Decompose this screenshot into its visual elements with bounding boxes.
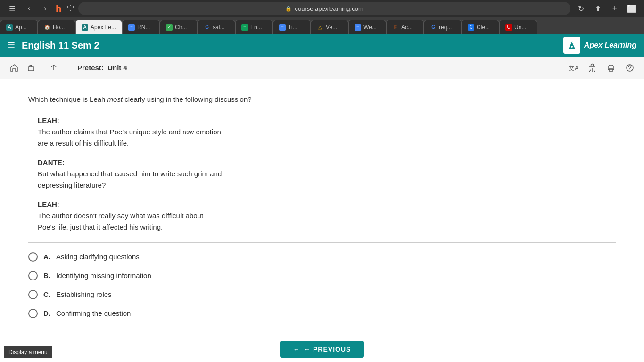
bottom-bar: ← ← PREVIOUS [0, 336, 644, 362]
tab-favicon-ho: 🏠 [44, 24, 50, 31]
dialogue-text-3: The author doesn't really say what was d… [38, 210, 616, 233]
tab-label-we: We... [363, 24, 377, 31]
home-icon[interactable] [8, 61, 21, 74]
address-bar[interactable]: 🔒 course.apexlearning.com [78, 2, 570, 15]
radio-b[interactable] [28, 271, 38, 280]
tab-favicon-ti: ≡ [279, 24, 286, 31]
answer-choices: A. Asking clarifying questions B. Identi… [28, 252, 616, 318]
apex-learning-label: Apex Learning [584, 41, 636, 49]
divider [28, 242, 616, 243]
share-button[interactable]: ⬆ [591, 2, 604, 15]
briefcase-icon[interactable] [25, 61, 38, 74]
speaker-2: DANTE: [38, 158, 616, 166]
tab-we[interactable]: ≡ We... [348, 20, 386, 34]
answer-letter-d: D. [43, 309, 50, 317]
svg-point-7 [629, 69, 630, 70]
speaker-1: LEAH: [38, 116, 616, 124]
answer-option-a[interactable]: A. Asking clarifying questions [28, 252, 616, 262]
browser-chrome: ☰ ‹ › h 🛡 🔒 course.apexlearning.com ↻ ⬆ … [0, 0, 644, 17]
tab-label-rn: RN... [137, 24, 150, 31]
sub-header: Pretest: Unit 4 文A [0, 57, 644, 79]
prev-arrow-icon: ← [293, 346, 300, 353]
lock-icon: 🔒 [285, 6, 292, 12]
tab-label-ap: Ap... [15, 24, 27, 31]
tab-ve[interactable]: △ Ve... [311, 20, 348, 34]
course-title: English 11 Sem 2 [22, 40, 563, 51]
tab-cle[interactable]: C Cle... [462, 20, 499, 34]
tab-favicon-req: G [430, 24, 437, 31]
tab-favicon-un: U [505, 24, 512, 31]
answer-text-c: Establishing roles [56, 290, 112, 298]
radio-d[interactable] [28, 309, 38, 318]
accessibility-icon[interactable] [586, 61, 599, 74]
tab-apex-le[interactable]: A Apex Le... [75, 20, 122, 34]
answer-letter-b: B. [43, 272, 50, 280]
tab-label-ve: Ve... [326, 24, 337, 31]
apex-learning-logo: Apex Learning [563, 37, 636, 54]
tab-label-ti: Ti... [288, 24, 297, 31]
answer-letter-a: A. [43, 253, 50, 261]
tab-ap[interactable]: A Ap... [0, 20, 38, 34]
tab-label-ho: Ho... [53, 24, 65, 31]
print-icon[interactable] [604, 61, 618, 74]
new-tab-button[interactable]: + [608, 2, 621, 15]
previous-label: ← PREVIOUS [304, 346, 351, 353]
tab-ac[interactable]: F Ac... [386, 20, 424, 34]
tab-favicon-ap: A [6, 24, 13, 31]
tab-en[interactable]: ≡ En... [235, 20, 273, 34]
tab-favicon-cle: C [468, 24, 474, 31]
tab-favicon-sal: G [204, 24, 210, 31]
apex-logo-icon [563, 37, 580, 54]
tab-label-en: En... [250, 24, 262, 31]
sidebar-toggle-button[interactable]: ☰ [6, 2, 19, 15]
dialogue-block-3: LEAH: The author doesn't really say what… [28, 200, 616, 233]
tab-rn[interactable]: ≡ RN... [122, 20, 160, 34]
url-text: course.apexlearning.com [295, 5, 363, 12]
svg-rect-1 [28, 67, 34, 71]
help-icon[interactable] [623, 61, 636, 74]
extensions-button[interactable]: ⬜ [625, 2, 638, 15]
app-header: ☰ English 11 Sem 2 Apex Learning [0, 34, 644, 57]
answer-option-b[interactable]: B. Identifying missing information [28, 271, 616, 280]
tab-un[interactable]: U Un... [499, 20, 537, 34]
tab-req[interactable]: G req... [424, 20, 462, 34]
tab-label-ch: Ch... [175, 24, 187, 31]
radio-c[interactable] [28, 290, 38, 299]
pretest-label: Pretest: Unit 4 [77, 64, 127, 72]
sub-header-left-icons [8, 61, 38, 74]
tab-favicon-apex-le: A [82, 24, 88, 31]
answer-option-c[interactable]: C. Establishing roles [28, 290, 616, 299]
tab-label-ac: Ac... [401, 24, 413, 31]
previous-button[interactable]: ← ← PREVIOUS [280, 341, 364, 358]
speaker-3: LEAH: [38, 200, 616, 208]
tab-favicon-ac: F [392, 24, 399, 31]
content-area: Which technique is Leah most clearly usi… [0, 79, 644, 336]
tab-label-cle: Cle... [477, 24, 490, 31]
tab-sal[interactable]: G sal... [198, 20, 235, 34]
tab-ho[interactable]: 🏠 Ho... [38, 20, 75, 34]
tab-ti[interactable]: ≡ Ti... [273, 20, 311, 34]
translate-icon[interactable]: 文A [567, 61, 580, 74]
sub-header-right: 文A [567, 61, 636, 74]
h-logo: h [56, 3, 61, 14]
hamburger-menu-icon[interactable]: ☰ [8, 40, 15, 50]
tab-label-sal: sal... [213, 24, 224, 31]
shield-icon: 🛡 [67, 4, 74, 13]
tab-favicon-rn: ≡ [128, 24, 135, 31]
reload-button[interactable]: ↻ [574, 2, 587, 15]
tab-ch[interactable]: ✓ Ch... [160, 20, 198, 34]
display-menu-button[interactable]: Display a menu [4, 346, 52, 358]
tab-favicon-ve: △ [317, 24, 323, 31]
back-button[interactable]: ‹ [23, 2, 36, 15]
answer-option-d[interactable]: D. Confirming the question [28, 309, 616, 318]
dialogue-block-1: LEAH: The author claims that Poe's uniqu… [28, 116, 616, 149]
forward-button[interactable]: › [39, 2, 52, 15]
svg-point-3 [591, 64, 594, 66]
tab-favicon-ch: ✓ [166, 24, 173, 31]
tab-favicon-we: ≡ [355, 24, 361, 31]
tab-label-un: Un... [514, 24, 526, 31]
answer-letter-c: C. [43, 290, 50, 298]
answer-text-d: Confirming the question [56, 309, 131, 317]
radio-a[interactable] [28, 252, 38, 262]
svg-point-0 [571, 46, 573, 48]
